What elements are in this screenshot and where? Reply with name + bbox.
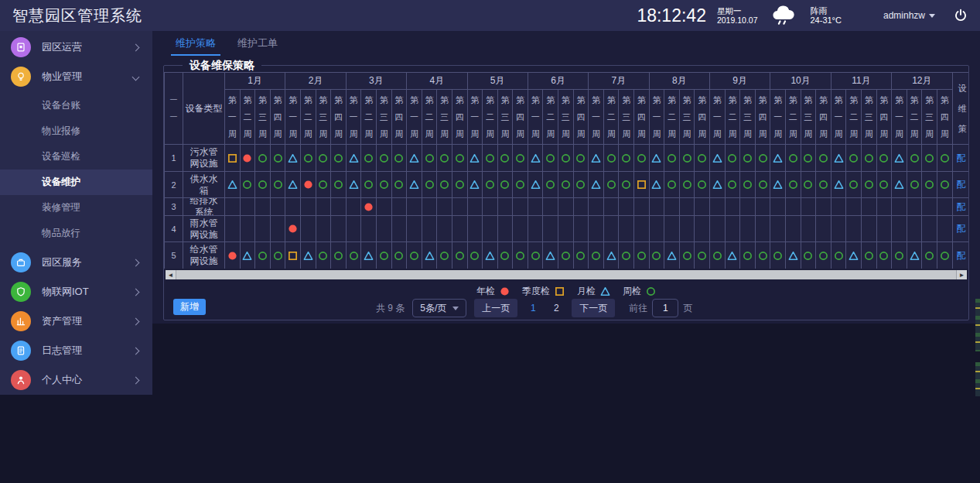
- sidebar-item-assets[interactable]: 资产管理: [0, 307, 152, 336]
- legend-label: 周检: [623, 285, 641, 298]
- schedule-cell: [285, 198, 301, 216]
- sidebar-item-repair[interactable]: 物业报修: [0, 118, 152, 144]
- schedule-cell: [634, 145, 650, 172]
- schedule-cell: [574, 172, 589, 198]
- sidebar-item-park-operation[interactable]: 园区运营: [0, 33, 152, 62]
- sidebar-item-decoration[interactable]: 装修管理: [0, 195, 152, 221]
- schedule-cell: [528, 198, 544, 216]
- schedule-cell: [422, 172, 438, 198]
- week-header: 第一周: [831, 90, 847, 145]
- schedule-cell: [392, 242, 408, 269]
- weekly-check-icon: [773, 251, 783, 261]
- legend-item-annual: 年检: [476, 285, 510, 298]
- sub-item-label: 物品放行: [42, 227, 80, 240]
- sidebar-item-device-maintenance[interactable]: 设备维护: [0, 170, 152, 195]
- page-number-2[interactable]: 2: [548, 303, 564, 313]
- schedule-cell: [558, 242, 574, 269]
- prev-page-button[interactable]: 上一页: [474, 299, 517, 317]
- month-header: 11月: [831, 73, 892, 90]
- week-header: 第四周: [816, 90, 831, 145]
- tab-maintenance-strategy[interactable]: 维护策略: [174, 31, 217, 56]
- sidebar-item-iot[interactable]: 物联网IOT: [0, 277, 152, 307]
- sidebar-item-item-release[interactable]: 物品放行: [0, 221, 152, 246]
- shield-icon: [11, 282, 31, 302]
- add-button[interactable]: 新增: [173, 299, 206, 315]
- schedule-cell: [907, 216, 923, 242]
- configure-link[interactable]: 配: [953, 172, 969, 198]
- schedule-cell: [407, 242, 422, 269]
- weekly-check-icon: [258, 251, 268, 261]
- schedule-cell: [498, 172, 514, 198]
- schedule-cell: [710, 198, 726, 216]
- week-header: 第三周: [498, 90, 514, 145]
- horizontal-scrollbar[interactable]: ◄ ►: [166, 270, 967, 279]
- weekly-check-icon: [606, 180, 616, 190]
- legend-label: 年检: [476, 285, 495, 298]
- schedule-cell: [285, 216, 301, 242]
- scroll-right-arrow-icon[interactable]: ►: [957, 270, 967, 279]
- annual-check-icon: [242, 153, 252, 163]
- weekly-check-icon: [910, 153, 920, 163]
- weekly-check-icon: [849, 180, 859, 190]
- configure-link[interactable]: 配: [953, 198, 969, 216]
- schedule-cell: [347, 198, 362, 216]
- schedule-cell: [452, 172, 468, 198]
- scrollbar-thumb[interactable]: [176, 270, 957, 279]
- weekly-check-icon: [682, 251, 692, 261]
- weekly-check-icon: [561, 153, 571, 163]
- sidebar-item-park-service[interactable]: 园区服务: [0, 248, 152, 277]
- weekly-check-icon: [333, 180, 343, 190]
- schedule-cell: [468, 198, 483, 216]
- weekly-check-icon: [924, 153, 934, 163]
- device-type: 给水管网设施: [183, 242, 225, 269]
- weekly-check-icon: [470, 251, 480, 261]
- month-header: 1月: [225, 73, 285, 90]
- sidebar-item-inspection[interactable]: 设备巡检: [0, 144, 152, 170]
- goto-page-input[interactable]: [652, 299, 678, 317]
- weekly-check-icon: [515, 180, 525, 190]
- weekly-check-icon: [561, 251, 571, 261]
- page-number-1[interactable]: 1: [525, 303, 541, 313]
- schedule-cell: [241, 198, 256, 216]
- legend-item-quarterly: 季度检: [522, 285, 565, 298]
- configure-link[interactable]: 配: [953, 145, 969, 172]
- weekly-check-icon: [606, 153, 616, 163]
- week-header: 第四周: [392, 90, 408, 145]
- week-header: 第三周: [922, 90, 937, 145]
- next-page-button[interactable]: 下一页: [572, 299, 615, 317]
- schedule-cell: [726, 172, 741, 198]
- schedule-cell: [271, 145, 286, 172]
- logout-power-button[interactable]: [954, 9, 968, 22]
- weekly-check-icon: [803, 180, 813, 190]
- user-menu[interactable]: adminhzw: [883, 10, 935, 21]
- tab-maintenance-work-order[interactable]: 维护工单: [236, 31, 279, 56]
- schedule-cell: [558, 198, 574, 216]
- week-header: 第二周: [301, 90, 316, 145]
- week-header: 第一周: [770, 90, 786, 145]
- scroll-left-arrow-icon[interactable]: ◄: [166, 270, 176, 279]
- schedule-cell: [225, 216, 241, 242]
- schedule-cell: [862, 145, 877, 172]
- weekly-check-icon: [788, 153, 798, 163]
- week-header: 第四周: [634, 90, 650, 145]
- chart-icon: [11, 311, 31, 331]
- sidebar-item-profile[interactable]: 个人中心: [0, 365, 152, 395]
- sidebar-item-device-ledger[interactable]: 设备台账: [0, 93, 152, 118]
- weekly-check-icon: [303, 153, 313, 163]
- page-size-select[interactable]: 5条/页: [412, 299, 466, 317]
- schedule-cell: [437, 172, 452, 198]
- schedule-cell: [468, 242, 483, 269]
- monthly-check-icon: [834, 180, 844, 190]
- configure-link[interactable]: 配: [953, 242, 969, 269]
- schedule-cell: [528, 242, 544, 269]
- sidebar-item-logs[interactable]: 日志管理: [0, 336, 152, 365]
- week-header: 第三周: [740, 90, 756, 145]
- configure-link[interactable]: 配: [953, 216, 969, 242]
- quarterly-check-icon: [227, 153, 237, 163]
- month-header: 4月: [407, 73, 467, 90]
- schedule-cell: [726, 242, 741, 269]
- schedule-cell: [862, 198, 877, 216]
- schedule-cell: [437, 198, 452, 216]
- sidebar-item-property-management[interactable]: 物业管理: [0, 62, 152, 91]
- weekly-check-icon: [515, 153, 525, 163]
